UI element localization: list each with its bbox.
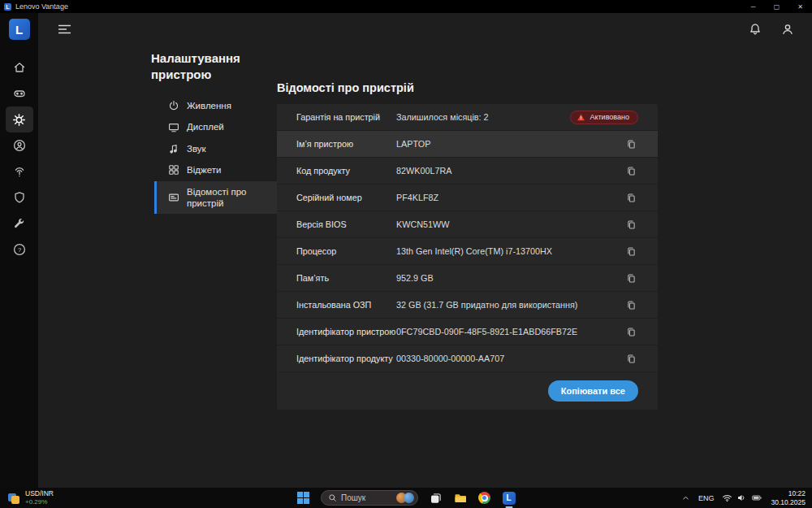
- row-value: Залишилося місяців: 2: [396, 112, 489, 122]
- home-icon: [13, 61, 26, 74]
- system-tray-icons[interactable]: [722, 493, 762, 503]
- device-info-rows: Ім’я пристрою LAPTOP Код продукту 82WK00…: [277, 131, 658, 372]
- svg-text:?: ?: [17, 246, 21, 254]
- row-label: Ідентифікатор пристрою: [296, 327, 396, 336]
- sidebar-item-account[interactable]: [6, 132, 33, 158]
- table-row: Серійний номер PF4KLF8Z: [277, 185, 658, 211]
- warranty-row: Гарантія на пристрій Залишилося місяців:…: [277, 104, 658, 131]
- page-title: Відомості про пристрій: [277, 81, 658, 94]
- copy-icon: [626, 300, 637, 310]
- copy-all-button[interactable]: Копіювати все: [548, 380, 638, 402]
- copy-button[interactable]: [624, 217, 638, 232]
- sidebar-item-toolbox[interactable]: [6, 211, 33, 237]
- fingerprint-icon: [13, 165, 26, 178]
- person-icon: [781, 23, 794, 36]
- maximize-button[interactable]: ▢: [765, 0, 788, 13]
- task-view-button[interactable]: [429, 491, 443, 505]
- nav-item-widgets[interactable]: Віджети: [154, 159, 287, 180]
- nav-item-label: Віджети: [187, 164, 221, 176]
- windows-logo-icon: [297, 492, 309, 504]
- copy-button[interactable]: [624, 163, 638, 178]
- account-icon: [13, 139, 26, 152]
- table-row: Версія BIOS KWCN51WW: [277, 211, 658, 238]
- status-badge: Активовано: [570, 111, 638, 124]
- music-note-icon: [168, 143, 179, 154]
- tray-chevron-up-icon[interactable]: [681, 493, 690, 502]
- row-value: 00330-80000-00000-AA707: [396, 354, 504, 363]
- sidebar-item-security[interactable]: [6, 185, 33, 211]
- language-indicator[interactable]: ENG: [698, 494, 715, 502]
- notifications-button[interactable]: [749, 23, 762, 36]
- menu-toggle-button[interactable]: [58, 24, 71, 35]
- settings-gear-icon: [12, 113, 26, 127]
- copy-button[interactable]: [624, 244, 638, 258]
- nav-item-label: Відомості про пристрій: [187, 186, 257, 210]
- lenovo-vantage-taskbar-button[interactable]: L: [502, 491, 516, 505]
- nav-item-sound[interactable]: Звук: [154, 138, 287, 159]
- table-row: Код продукту 82WK00L7RA: [277, 158, 658, 185]
- settings-nav: Налаштування пристрою Живлення Дисплей З…: [151, 50, 287, 214]
- widgets-button[interactable]: USD/INR +0.29%: [8, 490, 54, 506]
- sidebar-item-device-settings[interactable]: [6, 106, 33, 132]
- close-button[interactable]: ✕: [788, 0, 812, 13]
- display-icon: [168, 122, 179, 133]
- widget-ticker: USD/INR: [25, 490, 54, 498]
- row-label: Процесор: [296, 246, 396, 256]
- table-row: Інстальована ОЗП 32 GB (31.7 GB придатно…: [277, 292, 658, 319]
- file-explorer-button[interactable]: [453, 491, 467, 505]
- battery-icon: [751, 493, 762, 503]
- task-view-icon: [430, 492, 443, 505]
- taskbar-search[interactable]: [321, 490, 418, 506]
- window-title: Lenovo Vantage: [15, 2, 68, 11]
- copy-button[interactable]: [624, 137, 638, 151]
- copy-button[interactable]: [624, 271, 638, 285]
- status-badge-label: Активовано: [590, 113, 629, 121]
- copy-icon: [626, 327, 637, 337]
- sidebar-item-home[interactable]: [6, 54, 33, 80]
- row-value: 32 GB (31.7 GB придатно для використання…: [396, 300, 577, 310]
- copy-button[interactable]: [624, 324, 638, 339]
- warning-icon: [577, 113, 585, 122]
- widgets-board-icon: [8, 492, 20, 504]
- widget-change: +0.29%: [25, 498, 54, 506]
- search-input[interactable]: [341, 493, 388, 502]
- row-label: Серійний номер: [296, 193, 396, 202]
- table-row: Ідентифікатор продукту 00330-80000-00000…: [277, 345, 658, 372]
- table-row: Пам’ять 952.9 GB: [277, 265, 658, 292]
- copy-button[interactable]: [624, 190, 638, 205]
- folder-icon: [454, 492, 467, 505]
- lenovo-vantage-logo: L: [9, 19, 30, 40]
- sidebar-item-help[interactable]: ?: [6, 237, 33, 263]
- power-icon: [168, 100, 179, 111]
- device-info-panel: Гарантія на пристрій Залишилося місяців:…: [277, 104, 658, 410]
- table-row: Ідентифікатор пристрою 0FC79CBD-090F-48F…: [277, 319, 658, 345]
- row-value: LAPTOP: [396, 139, 430, 149]
- wifi-icon: [722, 493, 732, 503]
- row-label: Пам’ять: [296, 273, 396, 283]
- shield-icon: [13, 191, 26, 204]
- nav-item-label: Живлення: [187, 100, 231, 111]
- device-info-section: Відомості про пристрій Гарантія на прист…: [277, 81, 658, 410]
- nav-item-display[interactable]: Дисплей: [154, 116, 287, 137]
- row-value: PF4KLF8Z: [396, 193, 438, 202]
- copy-icon: [626, 273, 637, 284]
- user-account-button[interactable]: [781, 23, 794, 36]
- start-button[interactable]: [296, 491, 310, 505]
- copy-button[interactable]: [624, 297, 638, 312]
- hamburger-icon: [58, 24, 71, 35]
- windows-taskbar: USD/INR +0.29% L EN: [0, 488, 812, 508]
- window-titlebar: L Lenovo Vantage ─ ▢ ✕: [0, 0, 812, 13]
- chrome-button[interactable]: [477, 491, 491, 505]
- minimize-button[interactable]: ─: [741, 0, 765, 13]
- nav-item-device-info[interactable]: Відомості про пристрій: [154, 181, 287, 215]
- sidebar-item-security-scan[interactable]: [6, 158, 33, 185]
- copy-icon: [626, 219, 637, 230]
- clock[interactable]: 10:22 30.10.2025: [771, 489, 806, 506]
- tray-time: 10:22: [771, 489, 806, 498]
- copy-button[interactable]: [624, 351, 638, 366]
- nav-item-label: Звук: [187, 143, 206, 154]
- copy-icon: [626, 193, 637, 203]
- sidebar-item-device[interactable]: [6, 80, 33, 106]
- nav-item-power[interactable]: Живлення: [154, 95, 287, 116]
- device-info-icon: [168, 192, 179, 203]
